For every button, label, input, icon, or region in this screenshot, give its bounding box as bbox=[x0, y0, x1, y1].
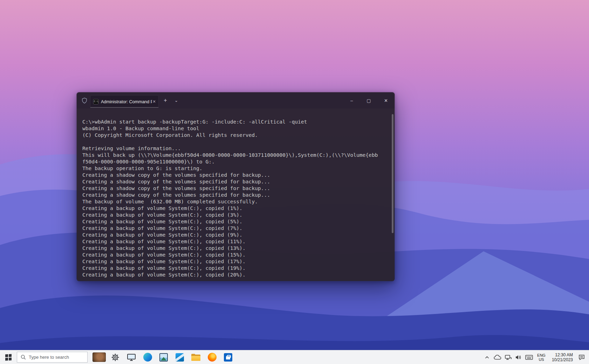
search-placeholder: Type here to search bbox=[29, 355, 69, 360]
edge-icon bbox=[143, 353, 152, 362]
terminal-body[interactable]: C:\>wbAdmin start backup -backupTarget:G… bbox=[77, 108, 395, 281]
close-button[interactable]: ✕ bbox=[377, 92, 395, 108]
terminal-window: C:\ Administrator: Command Prompt ✕ + ⌄ … bbox=[76, 92, 395, 281]
tray-date: 10/21/2023 bbox=[552, 357, 573, 362]
photos-app[interactable] bbox=[156, 350, 172, 364]
gear-icon bbox=[111, 353, 119, 362]
taskbar-clock[interactable]: 12:30 AM 10/21/2023 bbox=[549, 352, 576, 362]
store-icon bbox=[224, 353, 232, 362]
action-center-button[interactable] bbox=[577, 350, 586, 364]
tab-dropdown-button[interactable]: ⌄ bbox=[172, 95, 180, 106]
new-tab-button[interactable]: + bbox=[160, 95, 171, 106]
chevron-up-icon bbox=[485, 356, 489, 359]
cmd-prompt-icon: C:\ bbox=[93, 99, 98, 104]
vscode-icon bbox=[176, 353, 184, 362]
search-icon bbox=[21, 355, 26, 360]
terminal-scrollbar[interactable] bbox=[391, 110, 394, 280]
taskbar-search[interactable]: Type here to search bbox=[17, 352, 88, 363]
start-button[interactable] bbox=[0, 350, 17, 364]
admin-shield-icon bbox=[81, 97, 88, 104]
terminal-output: C:\>wbAdmin start backup -backupTarget:G… bbox=[82, 118, 389, 278]
vscode-app[interactable] bbox=[172, 350, 188, 364]
region-code: US bbox=[537, 357, 546, 362]
language-code: ENG bbox=[537, 353, 546, 357]
system-tray: ENG US 12:30 AM 10/21/2023 bbox=[482, 350, 589, 364]
cloud-icon bbox=[494, 355, 501, 360]
folder-icon bbox=[191, 354, 200, 361]
window-controls: – ▢ ✕ bbox=[343, 92, 395, 108]
minimize-button[interactable]: – bbox=[343, 92, 360, 108]
notification-icon bbox=[578, 355, 585, 360]
terminal-tab[interactable]: C:\ Administrator: Command Prompt ✕ bbox=[90, 95, 159, 108]
network-tray-button[interactable] bbox=[504, 350, 513, 364]
scrollbar-thumb[interactable] bbox=[392, 114, 393, 233]
speaker-icon bbox=[515, 355, 522, 360]
firefox-icon bbox=[208, 353, 217, 362]
taskbar: Type here to search bbox=[0, 350, 589, 364]
store-app[interactable] bbox=[220, 350, 236, 364]
maximize-button[interactable]: ▢ bbox=[360, 92, 377, 108]
news-interests-widget[interactable] bbox=[91, 350, 107, 364]
tab-close-button[interactable]: ✕ bbox=[152, 98, 156, 105]
windows-logo-icon bbox=[5, 354, 12, 360]
settings-app[interactable] bbox=[107, 350, 123, 364]
firefox-app[interactable] bbox=[204, 350, 220, 364]
network-icon bbox=[505, 355, 512, 360]
keyboard-icon bbox=[525, 355, 533, 360]
task-view-app[interactable] bbox=[123, 350, 139, 364]
onedrive-tray-button[interactable] bbox=[493, 350, 502, 364]
volume-tray-button[interactable] bbox=[514, 350, 523, 364]
taskbar-pinned-apps bbox=[91, 350, 236, 364]
tab-title: Administrator: Command Prompt bbox=[101, 99, 152, 104]
edge-browser-app[interactable] bbox=[139, 350, 156, 364]
terminal-titlebar[interactable]: C:\ Administrator: Command Prompt ✕ + ⌄ … bbox=[77, 92, 395, 108]
photos-icon bbox=[159, 353, 168, 362]
widget-thumbnail-icon bbox=[93, 352, 106, 362]
touch-keyboard-button[interactable] bbox=[525, 350, 534, 364]
tray-time: 12:30 AM bbox=[552, 352, 573, 357]
monitor-icon bbox=[127, 353, 136, 362]
language-indicator[interactable]: ENG US bbox=[535, 353, 548, 362]
file-explorer-app[interactable] bbox=[188, 350, 204, 364]
tray-overflow-button[interactable] bbox=[482, 350, 492, 364]
